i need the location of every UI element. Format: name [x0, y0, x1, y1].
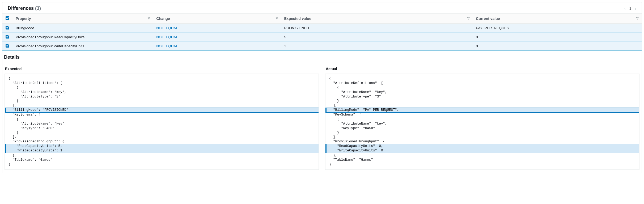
code-line: "AttributeDefinitions": [ [5, 81, 319, 86]
cell-property: ProvisionedThroughput.ReadCapacityUnits [12, 33, 153, 42]
code-line: } [325, 131, 639, 135]
pager-next-icon[interactable]: › [635, 6, 636, 11]
code-line: "AttributeName": "key", [325, 122, 639, 126]
differences-title: Differences (3) [8, 6, 41, 11]
expected-column: Expected { "AttributeDefinitions": [ { "… [5, 63, 319, 170]
actual-code: { "AttributeDefinitions": [ { "Attribute… [325, 74, 639, 170]
row-checkbox[interactable] [6, 44, 9, 48]
code-line-highlight: "BillingMode": "PROVISIONED", [5, 108, 319, 113]
cell-expected: PROVISIONED [281, 24, 473, 33]
differences-header: Differences (3) ‹ 1 › [2, 2, 642, 13]
pager-page-number: 1 [629, 6, 632, 11]
differences-table: Property ▽ Change ▽ Expected value ▽ Cur… [2, 13, 642, 51]
col-current[interactable]: Current value ▽ [473, 14, 642, 24]
code-line: "AttributeType": "S" [5, 95, 319, 99]
code-line: }, [5, 153, 319, 158]
code-line: { [5, 86, 319, 90]
col-property-label: Property [16, 16, 31, 21]
select-all-header[interactable] [2, 14, 12, 24]
expected-code: { "AttributeDefinitions": [ { "Attribute… [5, 74, 319, 170]
cell-expected: 5 [281, 33, 473, 42]
code-line: ], [325, 103, 639, 108]
col-property[interactable]: Property ▽ [12, 14, 153, 24]
sort-icon: ▽ [467, 16, 469, 20]
code-line: } [5, 131, 319, 135]
code-line: "AttributeDefinitions": [ [325, 81, 639, 86]
cell-expected: 1 [281, 42, 473, 51]
code-line: } [325, 99, 639, 103]
sort-icon: ▽ [148, 16, 150, 20]
code-line: "ProvisionedThroughput": { [325, 139, 639, 144]
col-current-label: Current value [476, 16, 500, 21]
code-line: ], [325, 135, 639, 139]
table-row[interactable]: ProvisionedThroughput.WriteCapacityUnits… [2, 42, 642, 51]
code-line: { [325, 76, 639, 81]
code-line: } [5, 162, 319, 167]
actual-label: Actual [325, 63, 639, 74]
select-all-checkbox[interactable] [6, 16, 9, 20]
code-line: { [5, 76, 319, 81]
code-line: { [325, 117, 639, 122]
code-line: "KeyType": "HASH" [5, 126, 319, 131]
code-line: "AttributeType": "S" [325, 95, 639, 99]
code-line-highlight: "WriteCapacityUnits": 0 [325, 148, 639, 153]
table-row[interactable]: BillingModeNOT_EQUALPROVISIONEDPAY_PER_R… [2, 24, 642, 33]
code-line: { [5, 117, 319, 122]
col-change[interactable]: Change ▽ [153, 14, 281, 24]
row-checkbox[interactable] [6, 35, 9, 39]
pager-prev-icon[interactable]: ‹ [624, 6, 626, 11]
cell-change[interactable]: NOT_EQUAL [153, 42, 281, 51]
code-line: "TableName": "Games" [5, 158, 319, 162]
code-line-highlight: "ReadCapacityUnits": 5, [5, 144, 319, 149]
cell-current: 0 [473, 33, 642, 42]
details-title: Details [2, 51, 642, 63]
cell-change[interactable]: NOT_EQUAL [153, 33, 281, 42]
code-line: "ProvisionedThroughput": { [5, 139, 319, 144]
code-line: ], [5, 135, 319, 139]
table-row[interactable]: ProvisionedThroughput.ReadCapacityUnitsN… [2, 33, 642, 42]
code-line: "KeySchema": [ [5, 113, 319, 117]
code-line: }, [325, 153, 639, 158]
col-expected[interactable]: Expected value ▽ [281, 14, 473, 24]
code-line: "AttributeName": "key", [5, 90, 319, 95]
cell-property: BillingMode [12, 24, 153, 33]
code-line: } [5, 99, 319, 103]
details-body: Expected { "AttributeDefinitions": [ { "… [2, 63, 642, 173]
code-line-highlight: "WriteCapacityUnits": 1 [5, 148, 319, 153]
code-line-highlight: "ReadCapacityUnits": 0, [325, 144, 639, 149]
differences-panel: Differences (3) ‹ 1 › Property ▽ [2, 2, 642, 173]
sort-icon: ▽ [276, 16, 278, 20]
col-expected-label: Expected value [284, 16, 311, 21]
differences-title-text: Differences [8, 6, 34, 11]
code-line: } [325, 162, 639, 167]
code-line: ], [5, 103, 319, 108]
code-line: "KeySchema": [ [325, 113, 639, 117]
code-line-highlight: "BillingMode": "PAY_PER_REQUEST", [325, 108, 639, 113]
code-line: "AttributeName": "key", [5, 122, 319, 126]
col-change-label: Change [156, 16, 170, 21]
expected-label: Expected [5, 63, 319, 74]
code-line: { [325, 86, 639, 90]
code-line: "TableName": "Games" [325, 158, 639, 162]
row-checkbox[interactable] [6, 26, 9, 29]
cell-current: 0 [473, 42, 642, 51]
pager: ‹ 1 › [624, 6, 636, 11]
code-line: "KeyType": "HASH" [325, 126, 639, 131]
actual-column: Actual { "AttributeDefinitions": [ { "At… [325, 63, 639, 170]
code-line: "AttributeName": "key", [325, 90, 639, 95]
cell-current: PAY_PER_REQUEST [473, 24, 642, 33]
cell-property: ProvisionedThroughput.WriteCapacityUnits [12, 42, 153, 51]
cell-change[interactable]: NOT_EQUAL [153, 24, 281, 33]
sort-icon: ▽ [636, 16, 638, 20]
differences-count: (3) [35, 6, 41, 11]
